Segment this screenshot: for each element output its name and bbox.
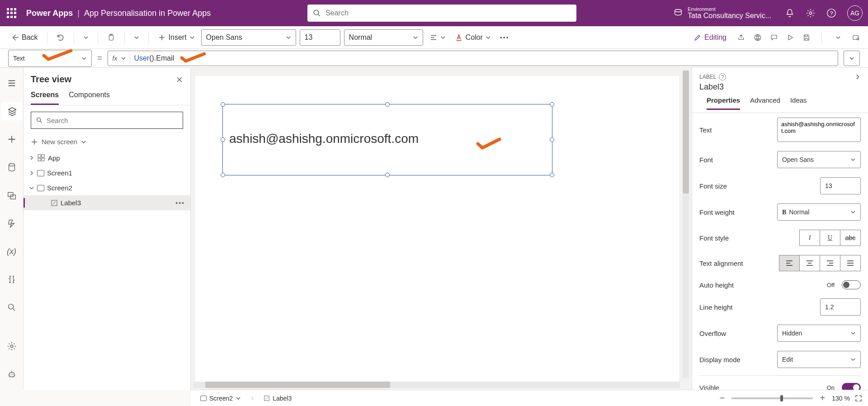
resize-handle[interactable] — [385, 102, 390, 107]
rail-power-automate[interactable] — [1, 214, 22, 232]
paste-button[interactable] — [104, 32, 118, 43]
comments-icon[interactable] — [770, 33, 778, 42]
preview-icon[interactable] — [786, 33, 794, 42]
visible-toggle[interactable] — [842, 383, 861, 390]
font-size-input[interactable]: 13 — [820, 177, 861, 194]
help-icon[interactable]: ? — [826, 8, 836, 18]
formula-input[interactable]: fx User().Email — [108, 51, 838, 66]
zoom-out-button[interactable]: − — [717, 393, 727, 403]
italic-button[interactable]: I — [799, 230, 820, 246]
zoom-slider[interactable] — [731, 397, 813, 399]
font-weight-select[interactable]: BNormal — [777, 203, 861, 221]
font-size-input[interactable]: 13 — [300, 29, 340, 46]
rail-settings[interactable] — [1, 337, 22, 355]
scrollbar-thumb[interactable] — [683, 71, 689, 194]
slider-thumb[interactable] — [780, 395, 783, 401]
tree-item-screen2[interactable]: Screen2 — [24, 180, 190, 195]
publish-icon[interactable] — [852, 33, 860, 42]
tab-components[interactable]: Components — [69, 91, 110, 105]
rail-data[interactable] — [1, 158, 22, 176]
scrollbar-thumb[interactable] — [205, 382, 390, 388]
underline-button[interactable]: U — [820, 230, 840, 246]
property-selector[interactable]: Text — [8, 50, 92, 67]
tree-search[interactable] — [31, 112, 183, 129]
chevron-right-icon[interactable] — [854, 74, 861, 80]
help-icon[interactable]: ? — [719, 73, 726, 80]
tab-properties[interactable]: Properties — [707, 96, 740, 110]
tab-screens[interactable]: Screens — [31, 91, 59, 105]
rail-advanced-tools[interactable] — [1, 270, 22, 288]
settings-icon[interactable] — [806, 8, 816, 18]
rail-tree-view[interactable] — [1, 102, 22, 120]
share-icon[interactable] — [737, 33, 745, 42]
font-weight-selector[interactable]: Normal — [344, 29, 423, 46]
tree-search-input[interactable] — [47, 117, 178, 124]
insert-button[interactable]: Insert — [155, 32, 198, 43]
fit-to-screen-icon[interactable] — [854, 394, 863, 402]
breadcrumb-control[interactable]: Label3 — [260, 393, 295, 404]
undo-button[interactable] — [54, 32, 67, 43]
align-button[interactable] — [427, 32, 448, 43]
line-height-input[interactable]: 1.2 — [820, 298, 861, 316]
rail-hamburger[interactable] — [1, 74, 22, 92]
horizontal-scrollbar[interactable] — [193, 382, 680, 388]
more-button[interactable]: ••• — [497, 32, 512, 43]
overflow-select[interactable]: Hidden — [777, 325, 861, 342]
more-icon[interactable]: ••• — [175, 199, 185, 207]
tab-advanced[interactable]: Advanced — [750, 96, 780, 110]
waffle-icon[interactable] — [5, 7, 18, 19]
resize-handle[interactable] — [550, 102, 554, 107]
plus-icon — [158, 33, 166, 42]
global-search[interactable] — [307, 5, 576, 22]
align-center-button[interactable] — [799, 255, 820, 271]
rail-media[interactable] — [1, 186, 22, 204]
font-selector[interactable]: Open Sans — [201, 29, 296, 46]
auto-height-toggle[interactable] — [842, 280, 861, 289]
editing-mode-button[interactable]: Editing — [691, 32, 729, 43]
chevron-down-icon — [81, 56, 87, 61]
resize-handle[interactable] — [221, 102, 225, 107]
align-justify-button[interactable] — [840, 255, 861, 271]
formula-expand-button[interactable] — [844, 51, 860, 66]
user-avatar[interactable]: AG — [847, 5, 863, 21]
zoom-in-button[interactable]: + — [817, 393, 827, 403]
back-button[interactable]: Back — [8, 32, 41, 43]
environment-picker[interactable]: Environment Tata Consultancy Servic... — [673, 7, 771, 20]
breadcrumb-screen[interactable]: Screen2 — [197, 393, 245, 404]
paste-split-button[interactable] — [131, 33, 142, 42]
selected-control-label3[interactable]: ashish@ashishg.onmicrosoft.com — [222, 104, 552, 175]
rail-insert[interactable] — [1, 130, 22, 148]
color-button[interactable]: Color — [452, 32, 494, 43]
rail-virtual-agent[interactable] — [1, 365, 22, 383]
close-icon[interactable] — [176, 76, 183, 83]
undo-split-button[interactable] — [80, 33, 91, 42]
tree-item-app[interactable]: App — [24, 150, 190, 165]
tab-ideas[interactable]: Ideas — [790, 96, 807, 110]
align-right-button[interactable] — [820, 255, 840, 271]
resize-handle[interactable] — [550, 137, 554, 142]
search-input[interactable] — [326, 9, 571, 17]
rail-variables[interactable]: (x) — [1, 242, 22, 260]
strikethrough-button[interactable]: abc — [840, 230, 861, 246]
resize-handle[interactable] — [221, 137, 225, 142]
notifications-icon[interactable] — [785, 8, 795, 18]
rail-search[interactable] — [1, 298, 22, 316]
variable-icon: (x) — [7, 247, 16, 256]
text-input[interactable] — [777, 118, 861, 142]
font-select[interactable]: Open Sans — [777, 151, 861, 168]
equals-sign: = — [97, 53, 102, 63]
svg-rect-17 — [9, 373, 14, 377]
canvas[interactable]: ashish@ashishg.onmicrosoft.com — [195, 76, 679, 385]
tree-item-label3[interactable]: Label3 ••• — [24, 195, 190, 210]
tree-item-screen1[interactable]: Screen1 — [24, 165, 190, 180]
display-mode-select[interactable]: Edit — [777, 351, 861, 368]
save-icon[interactable] — [802, 33, 811, 42]
save-split-button[interactable] — [833, 33, 844, 42]
app-checker-icon[interactable] — [754, 33, 762, 42]
resize-handle[interactable] — [550, 173, 554, 177]
align-left-button[interactable] — [779, 255, 800, 271]
vertical-scrollbar[interactable] — [683, 71, 689, 378]
resize-handle[interactable] — [221, 173, 225, 177]
resize-handle[interactable] — [385, 173, 390, 177]
new-screen-button[interactable]: New screen — [24, 135, 190, 150]
